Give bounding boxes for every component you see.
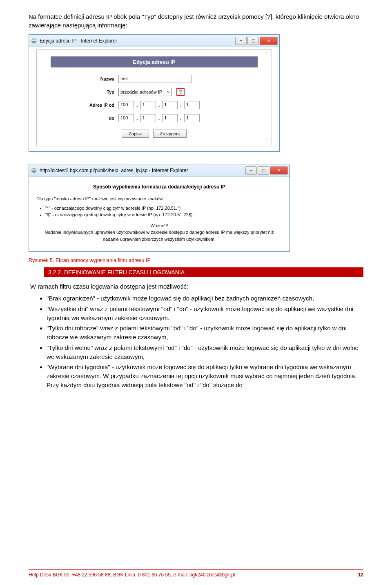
ip-od-2[interactable]: 1 [140,101,156,109]
help-window-title: http://cictest2.bgk.com.pl/public/help_a… [40,168,245,173]
window-edit-ip: Edycja adresu IP - Internet Explorer ━ ▢… [29,34,280,152]
ip-do-2[interactable]: 1 [140,114,156,122]
help-button[interactable]: ? [176,88,185,96]
close-button[interactable]: ✕ [260,37,278,45]
ip-od-1[interactable]: 100 [118,101,134,109]
body-intro: W ramach filtru czasu logowania dostępna… [29,282,363,291]
ip-do-3[interactable]: 1 [162,114,178,122]
help-line1: Dla typu "maska adresu IP" możliwe jest … [36,195,282,202]
window-buttons: ━ ▢ ✕ [245,166,288,175]
list-item: "Tylko dni wolne" wraz z polami tekstowy… [47,343,363,361]
minimize-button[interactable]: ━ [245,166,257,175]
label-do: do [41,116,118,121]
window-title: Edycja adresu IP - Internet Explorer [40,38,235,44]
main-bullet-list: "Brak ograniczeń" - użytkownik może logo… [47,294,363,390]
ip-do-1[interactable]: 100 [118,114,134,122]
maximize-button[interactable]: ▢ [247,37,259,45]
select-typ[interactable]: przedział adresów IP [118,88,172,96]
help-heading: Sposób wypełnienia formularza dodania/ed… [36,183,282,191]
list-item: "Brak ograniczeń" - użytkownik może logo… [47,294,363,303]
close-button[interactable]: ✕ [270,166,288,175]
scroll-up-icon[interactable]: ˄ [263,52,270,58]
ip-od-3[interactable]: 1 [162,101,178,109]
zapisz-button[interactable]: Zapisz [122,130,149,138]
list-item: "Wybrane dni tygodnia" - użytkownik może… [47,363,363,389]
wazne-text: Nadanie indywidualnych uprawnień użytkow… [36,229,282,242]
list-item: "Wszystkie dni" wraz z polami tekstowymi… [47,305,363,323]
window-buttons: ━ ▢ ✕ [235,37,278,45]
maximize-button[interactable]: ▢ [258,166,269,175]
page-number: 12 [358,572,363,578]
label-nazwa: Nazwa [41,76,118,81]
intro-paragraph: Na formatce definicji adresu IP obok pol… [29,12,363,29]
footer-contact: Help Desk BGK tel. +48 22 596 58 88, BGK… [29,572,235,578]
window-help: http://cictest2.bgk.com.pl/public/help_a… [29,164,290,252]
titlebar-help: http://cictest2.bgk.com.pl/public/help_a… [29,164,290,177]
ip-do-4[interactable]: 1 [184,114,200,122]
page-footer: Help Desk BGK tel. +48 22 596 58 88, BGK… [29,569,363,578]
label-typ: Typ [41,90,118,94]
ie-icon [31,38,37,44]
form-banner: Edycja adresu IP [51,56,258,67]
help-bullet-2: "$" - oznaczającego jedną dowolną cyfrę … [45,211,282,218]
list-item: "Tylko dni robocze" wraz z polami teksto… [47,324,363,342]
minimize-button[interactable]: ━ [235,37,247,45]
label-adres-od: Adres IP od [41,103,118,108]
ie-icon [31,167,37,174]
ip-od-4[interactable]: 1 [184,101,200,109]
scroll-down-icon[interactable]: ˅ [263,138,270,144]
help-bullet-1: "*" - oznaczającego dowolny ciąg cyfr w … [45,205,282,212]
section-header: 3.2.2. DEFINIOWANIE FILTRU CZASU LOGOWAN… [44,267,363,277]
input-nazwa[interactable]: test [118,75,192,83]
titlebar: Edycja adresu IP - Internet Explorer ━ ▢… [29,35,279,47]
wazne-header: Ważne!!! [36,222,282,229]
figure-caption: Rysunek 5. Ekran pomocy wypełniania filt… [29,258,363,263]
zrezygnuj-button[interactable]: Zrezygnuj [153,130,187,138]
